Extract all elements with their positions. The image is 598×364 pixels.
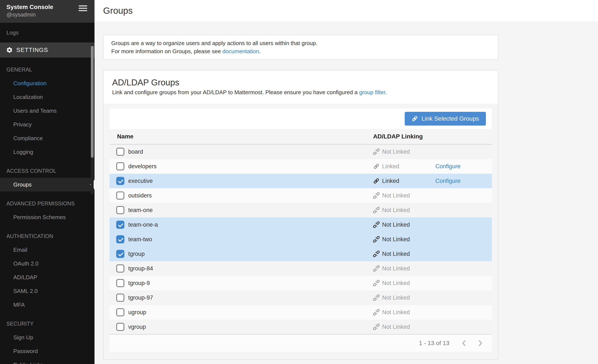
table-row: tgroup-84 Not Linked — [109, 261, 492, 276]
sidebar-item-label: Localization — [13, 94, 43, 100]
link-status: Not Linked — [373, 251, 435, 257]
link-status-label: Not Linked — [382, 265, 410, 272]
link-selected-groups-button[interactable]: Link Selected Groups — [405, 112, 486, 126]
link-status: Not Linked — [373, 207, 435, 214]
pagination-count: 1 - 13 of 13 — [419, 340, 449, 347]
broken-chain-link-icon — [373, 251, 380, 257]
banner-line1: Groups are a way to organize users and a… — [111, 39, 490, 47]
page-title: Groups — [103, 6, 133, 16]
sidebar-item-permission-schemes[interactable]: Permission Schemes — [0, 210, 94, 224]
sidebar-item-localization[interactable]: Localization — [0, 90, 94, 104]
link-status-label: Not Linked — [382, 324, 410, 330]
row-checkbox[interactable] — [116, 323, 124, 331]
group-name: vgroup — [128, 324, 146, 330]
row-checkbox[interactable] — [116, 294, 124, 302]
row-checkbox[interactable] — [116, 206, 124, 214]
documentation-link[interactable]: documentation — [222, 48, 259, 55]
gear-icon — [6, 47, 13, 53]
sidebar-item-mfa[interactable]: MFA — [0, 298, 94, 312]
table-row: team-one-a Not Linked — [109, 218, 492, 232]
sidebar-item-label: Logging — [13, 149, 33, 155]
row-checkbox[interactable] — [116, 148, 124, 156]
sidebar-item-oauth-2-0[interactable]: OAuth 2.0 — [0, 257, 94, 270]
prev-page-button[interactable] — [456, 337, 472, 350]
configure-link[interactable]: Configure — [435, 178, 461, 184]
table-row: tgroup Not Linked — [109, 247, 492, 261]
sidebar-item-logging[interactable]: Logging — [0, 145, 94, 159]
sidebar-item-label: Email — [13, 247, 27, 253]
sidebar-item-privacy[interactable]: Privacy — [0, 118, 94, 131]
row-checkbox[interactable] — [116, 279, 124, 287]
link-status: Not Linked — [373, 324, 435, 330]
logs-label: Logs — [7, 29, 18, 36]
sidebar-section-label: ACCESS CONTROL — [0, 164, 94, 178]
group-name: executive — [128, 178, 153, 184]
pagination-bar: 1 - 13 of 13 — [109, 334, 492, 352]
group-name: team-two — [128, 236, 152, 243]
table-row: vgroup Not Linked — [109, 320, 492, 334]
row-checkbox[interactable] — [116, 177, 124, 185]
sidebar-settings-header[interactable]: SETTINGS — [0, 42, 94, 57]
row-checkbox[interactable] — [116, 221, 124, 229]
panel-body: Link Selected Groups Name AD/LDAP Linkin… — [104, 104, 498, 359]
row-checkbox[interactable] — [116, 250, 124, 258]
chain-link-icon — [412, 115, 418, 122]
broken-chain-link-icon — [373, 294, 380, 301]
sidebar-item-logs[interactable]: Logs — [0, 23, 94, 42]
row-checkbox[interactable] — [116, 235, 124, 243]
group-name: tgroup-97 — [128, 294, 153, 301]
group-name: tgroup — [128, 251, 145, 257]
sidebar-item-saml-2-0[interactable]: SAML 2.0 — [0, 284, 94, 298]
main-area: Groups Groups are a way to organize user… — [94, 0, 598, 364]
sidebar-item-compliance[interactable]: Compliance — [0, 131, 94, 145]
sidebar-section: ACCESS CONTROL Groups — [0, 164, 94, 191]
group-name: team-one-a — [128, 221, 158, 228]
panel-title: AD/LDAP Groups — [112, 78, 489, 87]
row-checkbox[interactable] — [116, 191, 124, 200]
sidebar-item-sign-up[interactable]: Sign Up — [0, 331, 94, 344]
sidebar-item-label: AD/LDAP — [13, 274, 37, 281]
sidebar-item-label: Privacy — [13, 121, 32, 128]
adldap-groups-panel: AD/LDAP Groups Link and configure groups… — [103, 70, 498, 360]
sidebar-item-password[interactable]: Password — [0, 344, 94, 358]
sidebar-item-label: Sign Up — [13, 334, 33, 341]
link-status: Linked — [373, 178, 435, 184]
column-header-name: Name — [109, 133, 373, 140]
table-row: tgroup-9 Not Linked — [109, 276, 492, 290]
broken-chain-link-icon — [373, 324, 380, 330]
configure-link[interactable]: Configure — [435, 163, 461, 170]
table-row: ugroup Not Linked — [109, 305, 492, 320]
row-checkbox[interactable] — [116, 162, 124, 170]
group-name: board — [128, 148, 143, 155]
sidebar-item-ad-ldap[interactable]: AD/LDAP — [0, 270, 94, 284]
page-header: Groups — [94, 0, 598, 22]
sidebar-item-label: Configuration — [13, 80, 47, 87]
menu-icon[interactable] — [79, 5, 87, 12]
sidebar-scrollbar-thumb[interactable] — [91, 46, 94, 158]
sidebar-sections: GENERAL Configuration Localization Users… — [0, 63, 94, 364]
row-checkbox[interactable] — [116, 264, 124, 273]
groups-toolbar: Link Selected Groups — [109, 108, 492, 129]
sidebar-item-email[interactable]: Email — [0, 243, 94, 257]
admin-sidebar: System Console @sysadmin Logs SETTINGS G… — [0, 0, 94, 364]
sidebar-item-configuration[interactable]: Configuration — [0, 76, 94, 90]
panel-header: AD/LDAP Groups Link and configure groups… — [104, 70, 498, 104]
sidebar-item-label: Compliance — [13, 135, 43, 142]
link-status-label: Not Linked — [382, 280, 410, 287]
banner-line2: For more information on Groups, please s… — [111, 47, 490, 55]
sidebar-item-label: Public Links — [13, 362, 43, 364]
sidebar-item-label: Permission Schemes — [13, 214, 66, 221]
link-status-label: Not Linked — [382, 221, 410, 228]
sidebar-item-public-links[interactable]: Public Links — [0, 358, 94, 364]
next-page-button[interactable] — [472, 337, 489, 350]
sidebar-section-label: ADVANCED PERMISSIONS — [0, 197, 94, 210]
row-checkbox[interactable] — [116, 308, 124, 316]
sidebar-item-groups[interactable]: Groups — [0, 178, 94, 191]
settings-label: SETTINGS — [16, 47, 48, 53]
link-status-label: Not Linked — [382, 207, 410, 214]
group-name: tgroup-84 — [128, 265, 153, 272]
group-filter-link[interactable]: group filter — [359, 89, 385, 96]
link-status: Not Linked — [373, 221, 435, 228]
sidebar-item-users-and-teams[interactable]: Users and Teams — [0, 104, 94, 118]
chevron-left-icon — [461, 340, 467, 346]
